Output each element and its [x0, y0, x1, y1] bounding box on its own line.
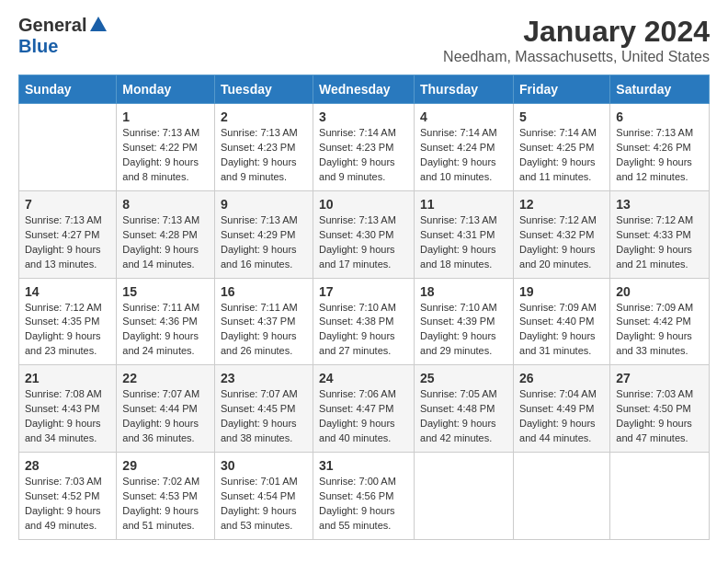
day-info: Sunrise: 7:11 AM Sunset: 4:36 PM Dayligh… — [122, 301, 209, 360]
day-cell: 5Sunrise: 7:14 AM Sunset: 4:25 PM Daylig… — [514, 104, 610, 191]
day-cell — [514, 453, 610, 540]
day-cell: 14Sunrise: 7:12 AM Sunset: 4:35 PM Dayli… — [19, 278, 117, 365]
column-header-friday: Friday — [514, 75, 610, 104]
day-number: 3 — [319, 109, 408, 124]
day-number: 7 — [25, 197, 110, 212]
calendar-table: SundayMondayTuesdayWednesdayThursdayFrid… — [18, 75, 710, 540]
day-cell: 31Sunrise: 7:00 AM Sunset: 4:56 PM Dayli… — [313, 453, 415, 540]
day-cell: 18Sunrise: 7:10 AM Sunset: 4:39 PM Dayli… — [415, 278, 514, 365]
day-number: 1 — [122, 109, 209, 124]
day-cell: 30Sunrise: 7:01 AM Sunset: 4:54 PM Dayli… — [215, 453, 313, 540]
day-info: Sunrise: 7:12 AM Sunset: 4:35 PM Dayligh… — [25, 301, 110, 360]
day-number: 10 — [319, 197, 408, 212]
week-row-5: 28Sunrise: 7:03 AM Sunset: 4:52 PM Dayli… — [19, 453, 710, 540]
column-header-sunday: Sunday — [19, 75, 117, 104]
day-info: Sunrise: 7:06 AM Sunset: 4:47 PM Dayligh… — [319, 387, 408, 446]
day-number: 25 — [420, 371, 507, 385]
header: General Blue January 2024 Needham, Massa… — [18, 15, 710, 65]
day-info: Sunrise: 7:13 AM Sunset: 4:31 PM Dayligh… — [420, 213, 507, 272]
day-cell: 15Sunrise: 7:11 AM Sunset: 4:36 PM Dayli… — [117, 278, 215, 365]
day-number: 30 — [221, 458, 307, 473]
day-cell: 1Sunrise: 7:13 AM Sunset: 4:22 PM Daylig… — [117, 104, 215, 191]
day-cell: 20Sunrise: 7:09 AM Sunset: 4:42 PM Dayli… — [610, 278, 710, 365]
day-cell: 19Sunrise: 7:09 AM Sunset: 4:40 PM Dayli… — [514, 278, 610, 365]
day-number: 6 — [616, 109, 703, 124]
day-info: Sunrise: 7:14 AM Sunset: 4:24 PM Dayligh… — [420, 126, 507, 185]
day-info: Sunrise: 7:13 AM Sunset: 4:27 PM Dayligh… — [25, 213, 110, 272]
day-number: 14 — [25, 284, 110, 299]
day-number: 20 — [616, 284, 703, 299]
day-info: Sunrise: 7:12 AM Sunset: 4:33 PM Dayligh… — [616, 213, 703, 272]
week-row-1: 1Sunrise: 7:13 AM Sunset: 4:22 PM Daylig… — [19, 104, 710, 191]
day-info: Sunrise: 7:13 AM Sunset: 4:26 PM Dayligh… — [616, 126, 703, 185]
week-row-3: 14Sunrise: 7:12 AM Sunset: 4:35 PM Dayli… — [19, 278, 710, 365]
day-number: 24 — [319, 371, 408, 385]
day-number: 28 — [25, 458, 110, 473]
day-info: Sunrise: 7:05 AM Sunset: 4:48 PM Dayligh… — [420, 387, 507, 446]
day-info: Sunrise: 7:01 AM Sunset: 4:54 PM Dayligh… — [221, 475, 307, 534]
day-cell: 21Sunrise: 7:08 AM Sunset: 4:43 PM Dayli… — [19, 365, 117, 453]
day-info: Sunrise: 7:03 AM Sunset: 4:52 PM Dayligh… — [25, 475, 110, 534]
day-info: Sunrise: 7:10 AM Sunset: 4:38 PM Dayligh… — [319, 301, 408, 360]
day-number: 2 — [221, 109, 307, 124]
day-number: 13 — [616, 197, 703, 212]
day-cell: 3Sunrise: 7:14 AM Sunset: 4:23 PM Daylig… — [313, 104, 415, 191]
day-cell: 26Sunrise: 7:04 AM Sunset: 4:49 PM Dayli… — [514, 365, 610, 453]
day-number: 31 — [319, 458, 408, 473]
column-header-thursday: Thursday — [415, 75, 514, 104]
day-cell — [610, 453, 710, 540]
logo-blue-text: Blue — [18, 36, 58, 57]
location-title: Needham, Massachusetts, United States — [443, 49, 710, 65]
day-info: Sunrise: 7:13 AM Sunset: 4:28 PM Dayligh… — [122, 213, 209, 272]
day-number: 21 — [25, 371, 110, 385]
day-number: 5 — [519, 109, 604, 124]
day-info: Sunrise: 7:00 AM Sunset: 4:56 PM Dayligh… — [319, 475, 408, 534]
day-info: Sunrise: 7:08 AM Sunset: 4:43 PM Dayligh… — [25, 387, 110, 446]
day-number: 11 — [420, 197, 507, 212]
day-number: 18 — [420, 284, 507, 299]
day-info: Sunrise: 7:09 AM Sunset: 4:42 PM Dayligh… — [616, 301, 703, 360]
day-cell: 12Sunrise: 7:12 AM Sunset: 4:32 PM Dayli… — [514, 190, 610, 278]
day-cell — [19, 104, 117, 191]
day-cell: 10Sunrise: 7:13 AM Sunset: 4:30 PM Dayli… — [313, 190, 415, 278]
day-info: Sunrise: 7:14 AM Sunset: 4:25 PM Dayligh… — [519, 126, 604, 185]
day-info: Sunrise: 7:03 AM Sunset: 4:50 PM Dayligh… — [616, 387, 703, 446]
day-number: 22 — [122, 371, 209, 385]
day-info: Sunrise: 7:07 AM Sunset: 4:44 PM Dayligh… — [122, 387, 209, 446]
day-cell: 2Sunrise: 7:13 AM Sunset: 4:23 PM Daylig… — [215, 104, 313, 191]
day-info: Sunrise: 7:13 AM Sunset: 4:30 PM Dayligh… — [319, 213, 408, 272]
logo-icon — [88, 15, 108, 35]
day-cell: 22Sunrise: 7:07 AM Sunset: 4:44 PM Dayli… — [117, 365, 215, 453]
day-cell: 23Sunrise: 7:07 AM Sunset: 4:45 PM Dayli… — [215, 365, 313, 453]
day-cell: 24Sunrise: 7:06 AM Sunset: 4:47 PM Dayli… — [313, 365, 415, 453]
day-number: 17 — [319, 284, 408, 299]
day-cell — [415, 453, 514, 540]
month-title: January 2024 — [443, 15, 710, 49]
day-number: 16 — [221, 284, 307, 299]
day-info: Sunrise: 7:11 AM Sunset: 4:37 PM Dayligh… — [221, 301, 307, 360]
day-cell: 17Sunrise: 7:10 AM Sunset: 4:38 PM Dayli… — [313, 278, 415, 365]
day-cell: 8Sunrise: 7:13 AM Sunset: 4:28 PM Daylig… — [117, 190, 215, 278]
day-info: Sunrise: 7:13 AM Sunset: 4:22 PM Dayligh… — [122, 126, 209, 185]
day-info: Sunrise: 7:13 AM Sunset: 4:23 PM Dayligh… — [221, 126, 307, 185]
day-cell: 28Sunrise: 7:03 AM Sunset: 4:52 PM Dayli… — [19, 453, 117, 540]
day-number: 4 — [420, 109, 507, 124]
day-info: Sunrise: 7:12 AM Sunset: 4:32 PM Dayligh… — [519, 213, 604, 272]
logo: General Blue — [18, 15, 108, 57]
day-number: 15 — [122, 284, 209, 299]
day-cell: 29Sunrise: 7:02 AM Sunset: 4:53 PM Dayli… — [117, 453, 215, 540]
column-header-monday: Monday — [117, 75, 215, 104]
week-row-4: 21Sunrise: 7:08 AM Sunset: 4:43 PM Dayli… — [19, 365, 710, 453]
day-info: Sunrise: 7:09 AM Sunset: 4:40 PM Dayligh… — [519, 301, 604, 360]
day-info: Sunrise: 7:10 AM Sunset: 4:39 PM Dayligh… — [420, 301, 507, 360]
day-info: Sunrise: 7:02 AM Sunset: 4:53 PM Dayligh… — [122, 475, 209, 534]
day-number: 9 — [221, 197, 307, 212]
column-header-saturday: Saturday — [610, 75, 710, 104]
day-cell: 25Sunrise: 7:05 AM Sunset: 4:48 PM Dayli… — [415, 365, 514, 453]
day-cell: 11Sunrise: 7:13 AM Sunset: 4:31 PM Dayli… — [415, 190, 514, 278]
day-info: Sunrise: 7:07 AM Sunset: 4:45 PM Dayligh… — [221, 387, 307, 446]
logo-general-text: General — [18, 15, 86, 36]
day-info: Sunrise: 7:14 AM Sunset: 4:23 PM Dayligh… — [319, 126, 408, 185]
day-cell: 27Sunrise: 7:03 AM Sunset: 4:50 PM Dayli… — [610, 365, 710, 453]
day-info: Sunrise: 7:04 AM Sunset: 4:49 PM Dayligh… — [519, 387, 604, 446]
